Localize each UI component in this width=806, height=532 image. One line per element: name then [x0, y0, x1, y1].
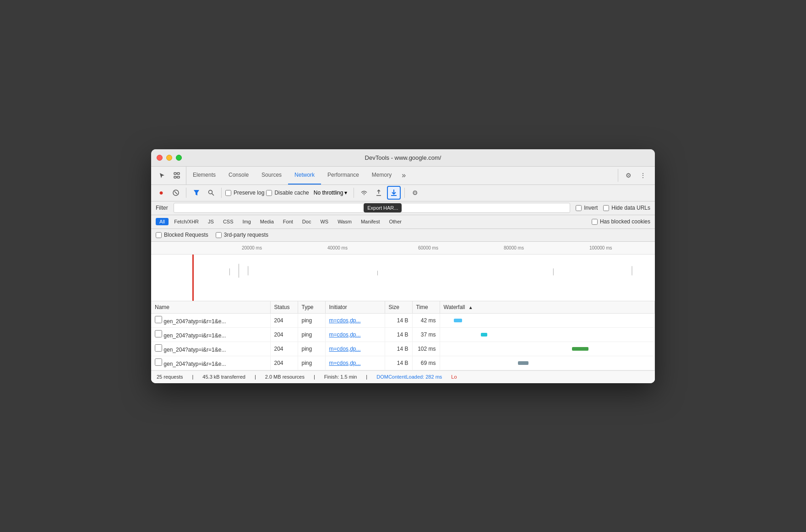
- third-party-input[interactable]: [216, 232, 222, 238]
- record-button[interactable]: ●: [155, 186, 168, 199]
- disable-cache-checkbox[interactable]: Disable cache: [266, 190, 309, 196]
- table-row[interactable]: gen_204?atyp=i&r=1&e... 204 ping m=cdos,…: [151, 327, 655, 342]
- col-header-waterfall[interactable]: Waterfall ▲: [440, 301, 655, 314]
- col-header-name[interactable]: Name: [151, 301, 270, 314]
- devtools-more-icon[interactable]: ⋮: [637, 169, 649, 182]
- col-header-status[interactable]: Status: [270, 301, 298, 314]
- row-waterfall-3: [440, 356, 655, 370]
- tabs-list: Elements Console Sources Network Perform…: [186, 167, 618, 185]
- third-party-checkbox[interactable]: 3rd-party requests: [216, 232, 268, 238]
- type-filter-img[interactable]: Img: [239, 218, 255, 225]
- export-har-button[interactable]: Export HAR...: [387, 186, 401, 200]
- tabs-bar: Elements Console Sources Network Perform…: [151, 167, 655, 185]
- toolbar: ● Preserve: [151, 185, 655, 201]
- export-har-tooltip: Export HAR...: [364, 203, 402, 212]
- row-type-2: ping: [298, 342, 325, 356]
- row-type-0: ping: [298, 313, 325, 327]
- row-initiator-2[interactable]: m=cdos,dp...: [325, 342, 385, 356]
- more-tabs-button[interactable]: »: [398, 171, 409, 179]
- blocked-requests-input[interactable]: [156, 232, 162, 238]
- row-size-2: 14 B: [385, 342, 412, 356]
- invert-input[interactable]: [576, 205, 582, 211]
- preserve-log-checkbox[interactable]: Preserve log: [225, 190, 264, 196]
- tab-console[interactable]: Console: [222, 167, 255, 185]
- table-body: gen_204?atyp=i&r=1&e... 204 ping m=cdos,…: [151, 313, 655, 370]
- import-har-button[interactable]: [372, 186, 385, 199]
- status-separator-4: |: [366, 374, 367, 380]
- col-header-size[interactable]: Size: [385, 301, 412, 314]
- hide-data-urls-checkbox[interactable]: Hide data URLs: [603, 205, 650, 211]
- svg-line-5: [174, 191, 177, 194]
- status-separator-2: |: [255, 374, 256, 380]
- tab-sources[interactable]: Sources: [255, 167, 288, 185]
- traffic-lights: [157, 155, 182, 161]
- row-checkbox-1[interactable]: [155, 330, 162, 337]
- type-filter-font[interactable]: Font: [279, 218, 297, 225]
- tick-100000: 100000 ms: [589, 245, 612, 250]
- titlebar: DevTools - www.google.com/: [151, 149, 655, 167]
- type-filters-bar: All Fetch/XHR JS CSS Img Media Font Doc …: [151, 215, 655, 229]
- clear-button[interactable]: [169, 186, 182, 199]
- col-header-initiator[interactable]: Initiator: [325, 301, 385, 314]
- table-row[interactable]: gen_204?atyp=i&r=1&e... 204 ping m=cdos,…: [151, 313, 655, 327]
- hide-data-urls-input[interactable]: [603, 205, 609, 211]
- row-waterfall-0: [440, 313, 655, 327]
- network-conditions-button[interactable]: [358, 186, 370, 199]
- svg-rect-0: [174, 173, 176, 174]
- svg-line-8: [212, 194, 214, 196]
- table-row[interactable]: gen_204?atyp=i&r=1&e... 204 ping m=cdos,…: [151, 356, 655, 370]
- row-checkbox-0[interactable]: [155, 316, 162, 323]
- type-filter-css[interactable]: CSS: [219, 218, 237, 225]
- row-checkbox-2[interactable]: [155, 344, 162, 352]
- tab-network[interactable]: Network: [288, 167, 321, 185]
- row-initiator-0[interactable]: m=cdos,dp...: [325, 313, 385, 327]
- row-checkbox-3[interactable]: [155, 358, 162, 366]
- type-filter-fetch-xhr[interactable]: Fetch/XHR: [170, 218, 202, 225]
- network-table-container[interactable]: Name Status Type Initiator Size: [151, 301, 655, 370]
- row-initiator-3[interactable]: m=cdos,dp...: [325, 356, 385, 370]
- type-filter-wasm[interactable]: Wasm: [334, 218, 355, 225]
- type-filter-other[interactable]: Other: [385, 218, 405, 225]
- row-initiator-1[interactable]: m=cdos,dp...: [325, 327, 385, 342]
- type-filter-js[interactable]: JS: [204, 218, 218, 225]
- has-blocked-cookies-checkbox[interactable]: Has blocked cookies: [592, 218, 650, 225]
- throttle-selector[interactable]: No throttling ▾: [311, 189, 350, 197]
- type-filter-media[interactable]: Media: [256, 218, 278, 225]
- invert-checkbox[interactable]: Invert: [576, 205, 598, 211]
- blocked-requests-checkbox[interactable]: Blocked Requests: [156, 232, 208, 238]
- window-title: DevTools - www.google.com/: [365, 154, 441, 161]
- tick-40000: 40000 ms: [327, 245, 348, 250]
- search-button[interactable]: [205, 186, 218, 199]
- svg-rect-19: [632, 266, 632, 275]
- tab-performance[interactable]: Performance: [321, 167, 365, 185]
- inspect-icon[interactable]: [170, 169, 183, 182]
- table-row[interactable]: gen_204?atyp=i&r=1&e... 204 ping m=cdos,…: [151, 342, 655, 356]
- filter-button[interactable]: [190, 186, 203, 199]
- tab-memory[interactable]: Memory: [365, 167, 398, 185]
- tab-elements[interactable]: Elements: [186, 167, 222, 185]
- svg-rect-3: [177, 176, 180, 178]
- disable-cache-input[interactable]: [266, 190, 272, 196]
- devtools-window: DevTools - www.google.com/: [151, 149, 655, 383]
- svg-rect-1: [177, 173, 180, 174]
- tabs-right-icons: ⚙ ⋮: [618, 169, 653, 182]
- status-separator-3: |: [314, 374, 315, 380]
- col-header-type[interactable]: Type: [298, 301, 325, 314]
- maximize-button[interactable]: [176, 155, 182, 161]
- status-requests: 25 requests: [157, 374, 183, 380]
- chevron-down-icon: ▾: [344, 190, 347, 196]
- col-header-time[interactable]: Time: [412, 301, 440, 314]
- type-filter-doc[interactable]: Doc: [299, 218, 315, 225]
- type-filter-ws[interactable]: WS: [316, 218, 332, 225]
- row-size-1: 14 B: [385, 327, 412, 342]
- minimize-button[interactable]: [166, 155, 172, 161]
- type-filter-manifest[interactable]: Manifest: [357, 218, 384, 225]
- close-button[interactable]: [157, 155, 163, 161]
- preserve-log-input[interactable]: [225, 190, 231, 196]
- row-name-3: gen_204?atyp=i&r=1&e...: [163, 361, 226, 367]
- network-settings-button[interactable]: ⚙: [408, 186, 421, 199]
- type-filter-all[interactable]: All: [156, 218, 169, 225]
- has-blocked-cookies-input[interactable]: [592, 219, 598, 225]
- cursor-icon[interactable]: [156, 169, 169, 182]
- devtools-settings-icon[interactable]: ⚙: [622, 169, 635, 182]
